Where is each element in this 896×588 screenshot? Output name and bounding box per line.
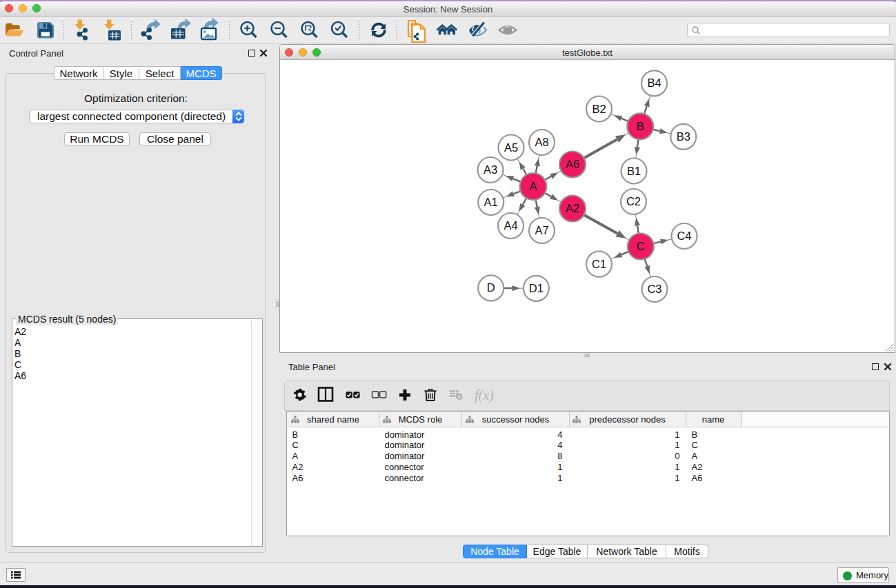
svg-text:f(x): f(x) — [475, 387, 494, 403]
svg-text:A4: A4 — [504, 219, 517, 232]
svg-text:A5: A5 — [504, 141, 518, 154]
svg-text:B4: B4 — [647, 77, 661, 89]
svg-text:A1: A1 — [484, 196, 498, 208]
svg-text:A8: A8 — [535, 136, 548, 148]
svg-text:D1: D1 — [529, 282, 544, 294]
svg-text:C3: C3 — [647, 283, 661, 295]
svg-text:B: B — [637, 120, 644, 132]
svg-text:C4: C4 — [677, 230, 691, 242]
svg-text:C: C — [637, 240, 645, 252]
svg-text:A2: A2 — [566, 202, 579, 214]
svg-text:A3: A3 — [484, 163, 497, 176]
svg-text:B2: B2 — [592, 103, 606, 115]
svg-text:B3: B3 — [677, 130, 690, 143]
svg-text:D: D — [487, 281, 495, 294]
svg-text:A6: A6 — [566, 158, 579, 170]
svg-text:B1: B1 — [627, 165, 641, 177]
svg-text:A7: A7 — [535, 224, 548, 236]
svg-text:C2: C2 — [626, 195, 641, 207]
svg-text:A: A — [529, 180, 537, 192]
svg-text:C1: C1 — [592, 258, 606, 270]
